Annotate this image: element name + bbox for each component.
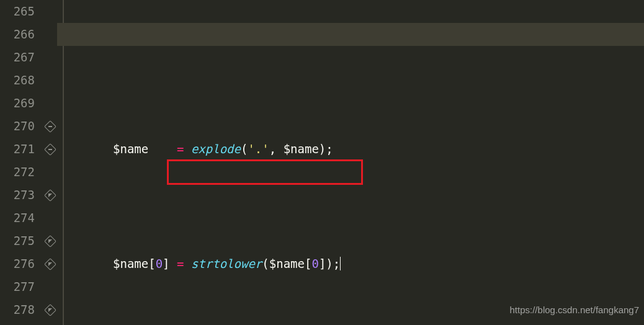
line-number: 266 bbox=[0, 23, 35, 46]
line-number: 274 bbox=[0, 207, 35, 229]
fold-close-icon[interactable] bbox=[44, 258, 56, 270]
text-cursor bbox=[340, 257, 341, 270]
token-punct: ( bbox=[241, 142, 248, 156]
code-editor: 265 266 267 268 269 270 271 272 273 274 … bbox=[0, 0, 644, 325]
fold-open-icon[interactable] bbox=[44, 120, 56, 133]
token-operator: = bbox=[177, 142, 184, 156]
line-number: 272 bbox=[0, 161, 35, 184]
line-number: 273 bbox=[0, 184, 35, 207]
highlight-box bbox=[167, 159, 363, 185]
code-line[interactable]: $name = explode('.', $name); bbox=[57, 138, 644, 161]
token-function: strtolower bbox=[191, 257, 262, 270]
token-operator: = bbox=[177, 257, 184, 270]
current-line-highlight bbox=[57, 23, 644, 46]
token-string: '.' bbox=[248, 142, 269, 156]
code-line[interactable]: $name[0] = strtolower($name[0]); bbox=[57, 252, 644, 275]
token-punct: ( bbox=[262, 257, 269, 270]
token-variable: $name bbox=[113, 257, 148, 270]
code-area[interactable]: $name = explode('.', $name); $name[0] = … bbox=[57, 0, 644, 325]
line-number: 275 bbox=[0, 229, 35, 252]
line-number: 267 bbox=[0, 46, 35, 69]
token-punct: ; bbox=[326, 142, 333, 156]
token-variable: $name bbox=[113, 142, 148, 156]
line-number: 277 bbox=[0, 275, 35, 298]
fold-close-icon[interactable] bbox=[44, 189, 56, 202]
line-number: 276 bbox=[0, 252, 35, 275]
token-punct: ] bbox=[319, 257, 326, 270]
token-number: 0 bbox=[311, 257, 318, 270]
token-variable: $name bbox=[284, 142, 319, 156]
fold-column bbox=[45, 0, 57, 325]
token-function: explode bbox=[191, 142, 241, 156]
token-punct: , bbox=[269, 142, 284, 156]
token-punct: ; bbox=[333, 257, 340, 270]
line-number: 269 bbox=[0, 92, 35, 115]
token-variable: $name bbox=[269, 257, 305, 270]
token-punct: [ bbox=[148, 257, 155, 270]
fold-close-icon[interactable] bbox=[44, 304, 56, 316]
margin-guide bbox=[63, 0, 64, 325]
token-punct: [ bbox=[305, 257, 311, 270]
line-number: 270 bbox=[0, 115, 35, 138]
line-number: 271 bbox=[0, 138, 35, 161]
token-punct: ) bbox=[319, 142, 326, 156]
watermark-text: https://blog.csdn.net/fangkang7 bbox=[510, 298, 639, 321]
fold-close-icon[interactable] bbox=[44, 235, 56, 247]
token-number: 0 bbox=[156, 257, 163, 270]
line-number-gutter: 265 266 267 268 269 270 271 272 273 274 … bbox=[0, 0, 45, 325]
token-punct: ] bbox=[163, 257, 169, 270]
token-punct: ) bbox=[326, 257, 333, 270]
fold-open-icon[interactable] bbox=[44, 143, 56, 156]
line-number: 278 bbox=[0, 298, 35, 321]
line-number: 268 bbox=[0, 69, 35, 92]
line-number: 265 bbox=[0, 0, 35, 23]
